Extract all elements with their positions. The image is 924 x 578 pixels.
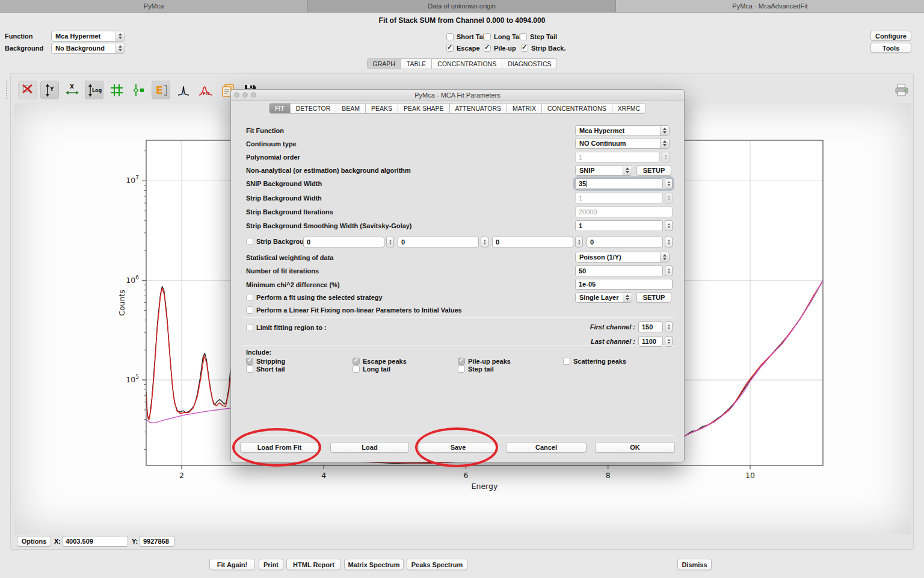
dismiss-button[interactable]: Dismiss [677, 559, 712, 570]
stepper-icon [662, 152, 670, 163]
tab-diagnostics[interactable]: DIAGNOSTICS [502, 58, 557, 69]
load-button[interactable]: Load [330, 442, 409, 453]
x-autoscale-icon[interactable]: X [63, 81, 81, 99]
function-select[interactable]: Mca Hypermet [51, 31, 125, 42]
include-step-tail-checkbox[interactable]: Step tail [458, 365, 494, 373]
simple-fit-icon[interactable]: FIT [196, 81, 215, 99]
include-escape-peaks-checkbox[interactable]: Escape peaks [353, 357, 407, 365]
strategy-select[interactable]: Single Layer [575, 292, 632, 303]
tab-attenuators[interactable]: ATTENUATORS [449, 103, 507, 114]
y-autoscale-icon[interactable]: Y [40, 81, 59, 99]
mca-fit-parameters-dialog: PyMca - MCA Fit Parameters FIT DETECTOR … [230, 89, 685, 462]
zoom-reset-icon[interactable] [18, 81, 37, 99]
matrix-spectrum-button[interactable]: Matrix Spectrum [344, 559, 404, 570]
first-channel-label: First channel : [532, 322, 635, 332]
fit-iterations-spinner[interactable]: 50 [575, 266, 673, 276]
window-tab-pymca[interactable]: PyMca [0, 0, 308, 13]
tab-concentrations-dialog[interactable]: CONCENTRATIONS [541, 103, 612, 114]
statistical-weighting-select[interactable]: Poisson (1/Y) [575, 252, 670, 263]
tab-xrfmc[interactable]: XRFMC [612, 103, 646, 114]
background-algorithm-select[interactable]: SNIP [575, 165, 632, 176]
tab-peak-shape[interactable]: PEAK SHAPE [398, 103, 450, 114]
ok-button[interactable]: OK [595, 442, 675, 453]
snip-background-width-spinner[interactable]: 35 [575, 178, 673, 189]
linear-fit-checkbox[interactable]: Perform a Linear Fit Fixing non-linear P… [246, 306, 462, 314]
continuum-type-select[interactable]: NO Continuum [575, 138, 670, 149]
stepper-icon [665, 220, 673, 231]
anchor-2-spinner[interactable]: 0 [398, 237, 488, 247]
tab-concentrations[interactable]: CONCENTRATIONS [431, 58, 502, 69]
background-select[interactable]: No Background [51, 43, 125, 54]
checkbox-step-tail[interactable]: Step Tail [520, 33, 557, 41]
snip-setup-button[interactable]: SETUP [636, 165, 671, 176]
tab-peaks[interactable]: PEAKS [365, 103, 398, 114]
toolbar-drag-handle[interactable] [6, 81, 7, 99]
checkbox-long-tail[interactable]: Long Tail [484, 33, 523, 41]
continuum-type-label: Continuum type [246, 139, 297, 149]
tab-table[interactable]: TABLE [401, 58, 432, 69]
dialog-title-bar[interactable]: PyMca - MCA Fit Parameters [231, 90, 684, 101]
anchor-4-spinner[interactable]: 0 [587, 237, 673, 247]
include-scattering-peaks-checkbox[interactable]: Scattering peaks [563, 357, 626, 365]
stepper-icon [660, 138, 669, 148]
toggle-points-icon[interactable] [129, 81, 148, 99]
include-header: Include: [246, 347, 271, 357]
x-coordinate-label: X: [54, 538, 61, 545]
checkbox-box [246, 238, 253, 245]
include-pileup-peaks-checkbox[interactable]: Pile-up peaks [458, 357, 511, 365]
fit-function-select[interactable]: Mca Hypermet [575, 125, 670, 136]
window-tab-data-unknown-origin[interactable]: Data of unknown origin [308, 0, 616, 13]
separator [242, 345, 674, 346]
tab-matrix[interactable]: MATRIX [507, 103, 542, 114]
limit-region-checkbox[interactable]: Limit fitting region to : [246, 323, 327, 332]
print-button[interactable]: Print [259, 559, 283, 570]
grid-icon[interactable] [107, 81, 126, 99]
y-coordinate-field[interactable]: 9927868 [140, 536, 174, 547]
strategy-checkbox[interactable]: Perform a fit using the selected strateg… [246, 293, 383, 302]
dialog-tab-bar: FIT DETECTOR BEAM PEAKS PEAK SHAPE ATTEN… [231, 103, 684, 114]
energy-selection-icon[interactable]: E [152, 81, 170, 99]
include-short-tail-checkbox[interactable]: Short tail [246, 365, 285, 373]
window-tab-mca-advanced-fit[interactable]: PyMca - McaAdvancedFit [616, 0, 924, 13]
stepper-icon [660, 252, 669, 262]
strategy-setup-button[interactable]: SETUP [636, 292, 671, 303]
first-channel-spinner[interactable]: 150 [638, 322, 673, 332]
print-plot-icon[interactable] [892, 81, 911, 99]
anchor-3-spinner[interactable]: 0 [492, 237, 583, 247]
stepper-icon [665, 322, 673, 332]
options-button[interactable]: Options [17, 536, 51, 547]
e-glyph: E [156, 84, 163, 96]
fit-again-button[interactable]: Fit Again! [209, 559, 255, 570]
save-button[interactable]: Save [419, 442, 497, 453]
load-from-fit-button[interactable]: Load From Fit [240, 442, 319, 453]
configure-button[interactable]: Configure [870, 31, 911, 41]
fit-peak-icon[interactable] [174, 81, 192, 99]
checkbox-strip-back[interactable]: Strip Back. [521, 44, 565, 52]
peaks-spectrum-button[interactable]: Peaks Spectrum [407, 559, 467, 570]
checkbox-short-tail[interactable]: Short Tail [446, 33, 487, 41]
anchor-1-spinner[interactable]: 0 [303, 237, 394, 247]
x-coordinate-field[interactable]: 4003.509 [62, 536, 128, 547]
cancel-button[interactable]: Cancel [506, 442, 587, 453]
stepper-icon [481, 237, 488, 247]
include-stripping-checkbox[interactable]: Stripping [246, 357, 285, 365]
stepper-icon [623, 166, 632, 175]
chi2-difference-field[interactable]: 1e-05 [575, 279, 673, 290]
strip-background-iterations-field: 20000 [575, 207, 673, 217]
stepper-icon [116, 43, 125, 53]
tab-detector[interactable]: DETECTOR [290, 103, 337, 114]
chi2-difference-label: Minimum chi^2 difference (%) [246, 280, 340, 290]
checkbox-box [458, 358, 465, 365]
checkbox-box [484, 45, 491, 52]
tab-graph[interactable]: GRAPH [367, 58, 401, 69]
separator [242, 317, 674, 318]
checkbox-pile-up[interactable]: Pile-up [484, 44, 516, 52]
checkbox-escape[interactable]: Escape [446, 44, 480, 52]
html-report-button[interactable]: HTML Report [286, 559, 341, 570]
strip-smoothing-width-spinner[interactable]: 1 [575, 220, 673, 231]
include-long-tail-checkbox[interactable]: Long tail [353, 365, 390, 373]
tab-fit[interactable]: FIT [269, 103, 291, 114]
tab-beam[interactable]: BEAM [336, 103, 366, 114]
log-scale-icon[interactable]: Log [85, 81, 103, 99]
tools-button[interactable]: Tools [870, 43, 911, 53]
